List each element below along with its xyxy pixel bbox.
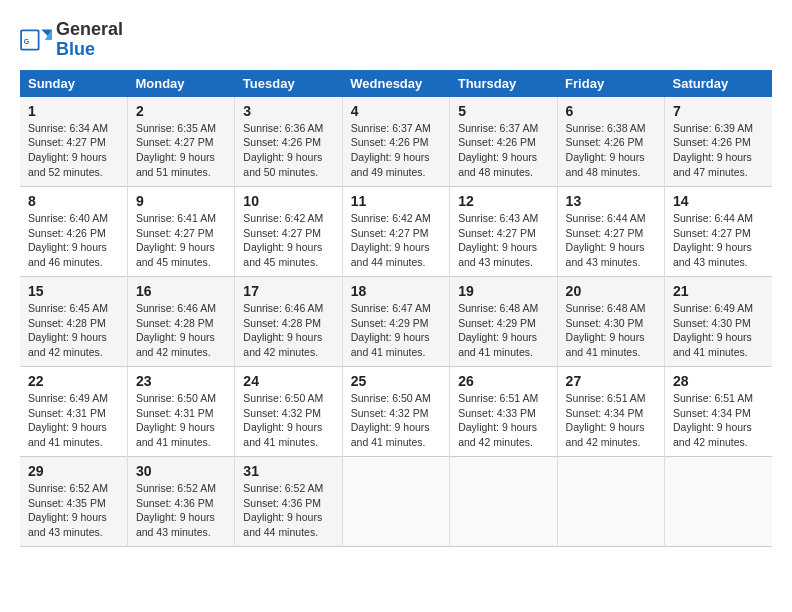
day-number: 26 [458, 373, 548, 389]
sunrise-text: Sunrise: 6:46 AM [243, 301, 333, 316]
daylight-text: Daylight: 9 hours and 42 minutes. [566, 420, 656, 449]
sunset-text: Sunset: 4:28 PM [136, 316, 226, 331]
sunset-text: Sunset: 4:26 PM [566, 135, 656, 150]
calendar-cell: 6 Sunrise: 6:38 AM Sunset: 4:26 PM Dayli… [557, 97, 664, 187]
day-info: Sunrise: 6:46 AM Sunset: 4:28 PM Dayligh… [243, 301, 333, 360]
day-info: Sunrise: 6:47 AM Sunset: 4:29 PM Dayligh… [351, 301, 441, 360]
calendar-cell: 9 Sunrise: 6:41 AM Sunset: 4:27 PM Dayli… [127, 187, 234, 277]
day-number: 19 [458, 283, 548, 299]
daylight-text: Daylight: 9 hours and 41 minutes. [673, 330, 764, 359]
sunrise-text: Sunrise: 6:50 AM [351, 391, 441, 406]
day-number: 18 [351, 283, 441, 299]
col-thursday: Thursday [450, 70, 557, 97]
daylight-text: Daylight: 9 hours and 41 minutes. [458, 330, 548, 359]
sunset-text: Sunset: 4:27 PM [458, 226, 548, 241]
sunset-text: Sunset: 4:27 PM [136, 135, 226, 150]
calendar-cell: 11 Sunrise: 6:42 AM Sunset: 4:27 PM Dayl… [342, 187, 449, 277]
calendar-cell: 22 Sunrise: 6:49 AM Sunset: 4:31 PM Dayl… [20, 367, 127, 457]
sunset-text: Sunset: 4:27 PM [566, 226, 656, 241]
calendar-cell: 13 Sunrise: 6:44 AM Sunset: 4:27 PM Dayl… [557, 187, 664, 277]
calendar-cell: 18 Sunrise: 6:47 AM Sunset: 4:29 PM Dayl… [342, 277, 449, 367]
calendar-cell: 19 Sunrise: 6:48 AM Sunset: 4:29 PM Dayl… [450, 277, 557, 367]
day-number: 21 [673, 283, 764, 299]
sunset-text: Sunset: 4:27 PM [28, 135, 119, 150]
day-info: Sunrise: 6:44 AM Sunset: 4:27 PM Dayligh… [566, 211, 656, 270]
calendar-header-row: Sunday Monday Tuesday Wednesday Thursday… [20, 70, 772, 97]
sunrise-text: Sunrise: 6:36 AM [243, 121, 333, 136]
sunrise-text: Sunrise: 6:44 AM [566, 211, 656, 226]
sunset-text: Sunset: 4:35 PM [28, 496, 119, 511]
sunset-text: Sunset: 4:30 PM [566, 316, 656, 331]
calendar-cell: 7 Sunrise: 6:39 AM Sunset: 4:26 PM Dayli… [665, 97, 772, 187]
sunrise-text: Sunrise: 6:52 AM [243, 481, 333, 496]
day-info: Sunrise: 6:52 AM Sunset: 4:36 PM Dayligh… [243, 481, 333, 540]
col-saturday: Saturday [665, 70, 772, 97]
calendar-cell: 5 Sunrise: 6:37 AM Sunset: 4:26 PM Dayli… [450, 97, 557, 187]
day-number: 2 [136, 103, 226, 119]
day-number: 22 [28, 373, 119, 389]
day-number: 27 [566, 373, 656, 389]
day-info: Sunrise: 6:42 AM Sunset: 4:27 PM Dayligh… [243, 211, 333, 270]
day-info: Sunrise: 6:48 AM Sunset: 4:29 PM Dayligh… [458, 301, 548, 360]
sunrise-text: Sunrise: 6:41 AM [136, 211, 226, 226]
calendar-cell: 23 Sunrise: 6:50 AM Sunset: 4:31 PM Dayl… [127, 367, 234, 457]
daylight-text: Daylight: 9 hours and 47 minutes. [673, 150, 764, 179]
sunset-text: Sunset: 4:29 PM [351, 316, 441, 331]
daylight-text: Daylight: 9 hours and 41 minutes. [28, 420, 119, 449]
daylight-text: Daylight: 9 hours and 49 minutes. [351, 150, 441, 179]
sunrise-text: Sunrise: 6:52 AM [28, 481, 119, 496]
calendar-cell: 24 Sunrise: 6:50 AM Sunset: 4:32 PM Dayl… [235, 367, 342, 457]
day-number: 16 [136, 283, 226, 299]
sunrise-text: Sunrise: 6:49 AM [28, 391, 119, 406]
daylight-text: Daylight: 9 hours and 43 minutes. [28, 510, 119, 539]
calendar-cell: 4 Sunrise: 6:37 AM Sunset: 4:26 PM Dayli… [342, 97, 449, 187]
sunset-text: Sunset: 4:28 PM [28, 316, 119, 331]
calendar-cell: 31 Sunrise: 6:52 AM Sunset: 4:36 PM Dayl… [235, 457, 342, 547]
calendar-cell: 2 Sunrise: 6:35 AM Sunset: 4:27 PM Dayli… [127, 97, 234, 187]
day-number: 13 [566, 193, 656, 209]
sunset-text: Sunset: 4:26 PM [243, 135, 333, 150]
sunrise-text: Sunrise: 6:37 AM [458, 121, 548, 136]
daylight-text: Daylight: 9 hours and 48 minutes. [458, 150, 548, 179]
sunrise-text: Sunrise: 6:38 AM [566, 121, 656, 136]
calendar-cell: 3 Sunrise: 6:36 AM Sunset: 4:26 PM Dayli… [235, 97, 342, 187]
sunrise-text: Sunrise: 6:46 AM [136, 301, 226, 316]
calendar-cell: 29 Sunrise: 6:52 AM Sunset: 4:35 PM Dayl… [20, 457, 127, 547]
calendar-cell: 17 Sunrise: 6:46 AM Sunset: 4:28 PM Dayl… [235, 277, 342, 367]
daylight-text: Daylight: 9 hours and 42 minutes. [243, 330, 333, 359]
day-info: Sunrise: 6:51 AM Sunset: 4:34 PM Dayligh… [673, 391, 764, 450]
day-number: 23 [136, 373, 226, 389]
sunrise-text: Sunrise: 6:39 AM [673, 121, 764, 136]
calendar-week-row: 15 Sunrise: 6:45 AM Sunset: 4:28 PM Dayl… [20, 277, 772, 367]
calendar-cell: 15 Sunrise: 6:45 AM Sunset: 4:28 PM Dayl… [20, 277, 127, 367]
col-sunday: Sunday [20, 70, 127, 97]
day-number: 25 [351, 373, 441, 389]
sunrise-text: Sunrise: 6:47 AM [351, 301, 441, 316]
day-info: Sunrise: 6:51 AM Sunset: 4:33 PM Dayligh… [458, 391, 548, 450]
sunrise-text: Sunrise: 6:42 AM [351, 211, 441, 226]
day-number: 8 [28, 193, 119, 209]
col-wednesday: Wednesday [342, 70, 449, 97]
day-number: 14 [673, 193, 764, 209]
daylight-text: Daylight: 9 hours and 52 minutes. [28, 150, 119, 179]
sunset-text: Sunset: 4:34 PM [673, 406, 764, 421]
day-number: 31 [243, 463, 333, 479]
sunset-text: Sunset: 4:33 PM [458, 406, 548, 421]
daylight-text: Daylight: 9 hours and 43 minutes. [458, 240, 548, 269]
daylight-text: Daylight: 9 hours and 48 minutes. [566, 150, 656, 179]
sunrise-text: Sunrise: 6:34 AM [28, 121, 119, 136]
calendar-cell: 1 Sunrise: 6:34 AM Sunset: 4:27 PM Dayli… [20, 97, 127, 187]
day-number: 1 [28, 103, 119, 119]
daylight-text: Daylight: 9 hours and 44 minutes. [351, 240, 441, 269]
sunrise-text: Sunrise: 6:48 AM [566, 301, 656, 316]
day-info: Sunrise: 6:37 AM Sunset: 4:26 PM Dayligh… [351, 121, 441, 180]
daylight-text: Daylight: 9 hours and 41 minutes. [566, 330, 656, 359]
calendar-week-row: 22 Sunrise: 6:49 AM Sunset: 4:31 PM Dayl… [20, 367, 772, 457]
sunrise-text: Sunrise: 6:51 AM [566, 391, 656, 406]
sunrise-text: Sunrise: 6:51 AM [458, 391, 548, 406]
sunrise-text: Sunrise: 6:51 AM [673, 391, 764, 406]
sunset-text: Sunset: 4:36 PM [136, 496, 226, 511]
day-info: Sunrise: 6:43 AM Sunset: 4:27 PM Dayligh… [458, 211, 548, 270]
daylight-text: Daylight: 9 hours and 42 minutes. [673, 420, 764, 449]
sunrise-text: Sunrise: 6:44 AM [673, 211, 764, 226]
